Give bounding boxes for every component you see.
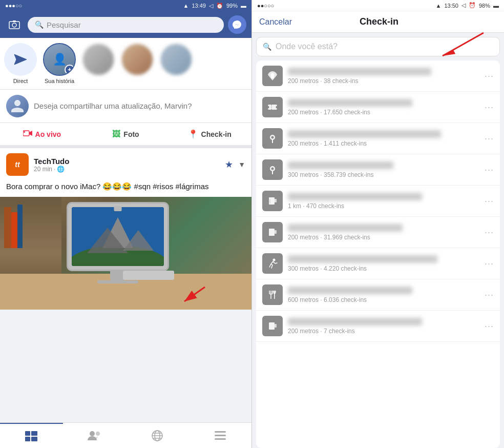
svg-rect-17 <box>31 437 37 441</box>
post-time: 20 min · 🌐 <box>34 166 220 173</box>
right-phone: ●●○○○ ▲ 13:50 ◁ ⏰ 98% ▬ Cancelar Check-i… <box>252 0 504 448</box>
story-avatar-3 <box>160 43 193 76</box>
post-image <box>0 197 251 310</box>
bookmark-icon[interactable]: ★ <box>225 159 233 170</box>
search-location-bar[interactable]: 🔍 Onde você está? <box>256 37 500 56</box>
location-icon-4 <box>262 191 283 211</box>
location-item-7[interactable]: 600 metros · 6.036 check-ins ··· <box>256 279 500 311</box>
direct-icon-container <box>4 43 37 76</box>
search-bar-left[interactable]: 🔍 Pesquisar <box>28 17 224 33</box>
battery-icon-left: ▬ <box>241 3 246 9</box>
location-icon-left: ◁ <box>209 3 213 9</box>
location-more-1[interactable]: ··· <box>485 102 494 113</box>
post-meta: TechTudo 20 min · 🌐 <box>34 157 220 173</box>
location-detail-7: 600 metros · 6.036 check-ins <box>288 296 479 303</box>
location-more-5[interactable]: ··· <box>485 227 494 238</box>
location-placeholder: Onde você está? <box>276 42 338 51</box>
composer-placeholder[interactable]: Deseja compartilhar uma atualização, Mar… <box>34 101 245 111</box>
location-name-8 <box>288 318 422 325</box>
post-menu-chevron[interactable]: ▼ <box>238 160 245 169</box>
svg-rect-0 <box>9 22 19 29</box>
add-story-badge: + <box>65 65 75 75</box>
svg-point-1 <box>12 23 16 27</box>
story-direct[interactable]: Direct <box>4 43 37 84</box>
bottom-nav <box>0 422 251 448</box>
svg-point-19 <box>96 432 100 436</box>
svg-marker-5 <box>29 131 32 136</box>
location-more-0[interactable]: ··· <box>485 71 494 82</box>
action-checkin[interactable]: 📍 Check-in <box>167 127 251 141</box>
status-bar-left: ●●●○○ ▲ 13:49 ◁ ⏰ 99% ▬ <box>0 0 251 11</box>
location-detail-4: 1 km · 470 check-ins <box>288 202 479 210</box>
checkin-icon: 📍 <box>188 129 198 139</box>
svg-rect-41 <box>269 229 275 236</box>
post-card: tt TechTudo 20 min · 🌐 ★ ▼ Bora comprar … <box>0 148 251 310</box>
search-container: 🔍 Onde você está? <box>252 33 504 60</box>
imac-image <box>67 202 169 281</box>
search-icon-right: 🔍 <box>263 43 271 51</box>
location-more-7[interactable]: ··· <box>485 290 494 300</box>
action-live[interactable]: Ao vivo <box>0 127 84 141</box>
search-icon-left: 🔍 <box>35 21 44 29</box>
status-bar-right: ●●○○○ ▲ 13:50 ◁ ⏰ 98% ▬ <box>252 0 504 11</box>
left-phone: ●●●○○ ▲ 13:49 ◁ ⏰ 99% ▬ 🔍 Pesquisar <box>0 0 252 448</box>
nav-menu[interactable] <box>188 423 251 448</box>
location-name-3 <box>288 161 393 169</box>
story-friend-3[interactable] <box>160 43 193 76</box>
story-friend-2[interactable] <box>121 43 154 76</box>
location-more-3[interactable]: ··· <box>485 165 494 175</box>
checkin-title: Check-in <box>360 16 398 27</box>
action-photo[interactable]: 🖼 Foto <box>84 127 168 141</box>
location-item-5[interactable]: 200 metros · 31.969 check-ins ··· <box>256 217 500 248</box>
battery-right: 98% <box>479 3 490 9</box>
story-your-history[interactable]: 👤 + Sua história <box>43 43 76 84</box>
wifi-icon-right: ▲ <box>436 3 442 9</box>
location-item-2[interactable]: 200 metros · 1.411 check-ins ··· <box>256 123 500 154</box>
nav-feed[interactable] <box>0 423 63 448</box>
location-more-6[interactable]: ··· <box>485 258 494 269</box>
location-item-0[interactable]: 200 metros · 38 check-ins ··· <box>256 60 500 92</box>
location-name-7 <box>288 287 412 294</box>
location-detail-8: 200 metros · 7 check-ins <box>288 328 479 335</box>
svg-rect-16 <box>25 437 30 441</box>
svg-rect-26 <box>215 435 226 436</box>
location-icon-0 <box>262 66 283 86</box>
story-friend-1[interactable] <box>82 43 115 76</box>
camera-button[interactable] <box>5 15 24 34</box>
location-detail-3: 300 metros · 358.739 check-ins <box>288 171 479 178</box>
messenger-button[interactable] <box>228 15 246 34</box>
svg-rect-47 <box>275 324 277 328</box>
story-avatar-2 <box>121 43 154 76</box>
location-name-2 <box>288 130 441 138</box>
location-name-4 <box>288 193 422 200</box>
location-more-2[interactable]: ··· <box>485 133 494 144</box>
location-info-4: 1 km · 470 check-ins <box>288 193 479 210</box>
checkin-header: Cancelar Check-in <box>252 11 504 33</box>
svg-point-37 <box>271 168 274 170</box>
location-more-8[interactable]: ··· <box>485 321 494 332</box>
composer-avatar <box>6 95 29 117</box>
cancel-button[interactable]: Cancelar <box>259 17 292 27</box>
location-more-4[interactable]: ··· <box>485 196 494 207</box>
location-item-8[interactable]: 200 metros · 7 check-ins ··· <box>256 311 500 342</box>
location-item-6[interactable]: 300 metros · 4.220 check-ins ··· <box>256 248 500 279</box>
action-live-label: Ao vivo <box>35 130 61 138</box>
nav-friends[interactable] <box>63 423 126 448</box>
location-icon-1 <box>262 97 283 117</box>
location-item-4[interactable]: 1 km · 470 check-ins ··· <box>256 186 500 217</box>
location-info-5: 200 metros · 31.969 check-ins <box>288 224 479 241</box>
location-detail-1: 200 metros · 17.650 check-ins <box>288 109 479 116</box>
location-detail-0: 200 metros · 38 check-ins <box>288 77 479 85</box>
post-page-name: TechTudo <box>34 157 220 166</box>
battery-icon-right: ▬ <box>493 3 499 9</box>
svg-point-18 <box>90 431 95 436</box>
location-item-1[interactable]: 200 metros · 17.650 check-ins ··· <box>256 92 500 123</box>
wifi-icon-left: ▲ <box>183 3 189 9</box>
location-info-8: 200 metros · 7 check-ins <box>288 318 479 335</box>
action-bar: Ao vivo 🖼 Foto 📍 Check-in <box>0 123 251 148</box>
location-info-0: 200 metros · 38 check-ins <box>288 68 479 85</box>
location-info-2: 200 metros · 1.411 check-ins <box>288 130 479 147</box>
nav-globe[interactable] <box>126 423 189 448</box>
location-item-3[interactable]: 300 metros · 358.739 check-ins ··· <box>256 154 500 186</box>
location-icon-8 <box>262 316 283 336</box>
